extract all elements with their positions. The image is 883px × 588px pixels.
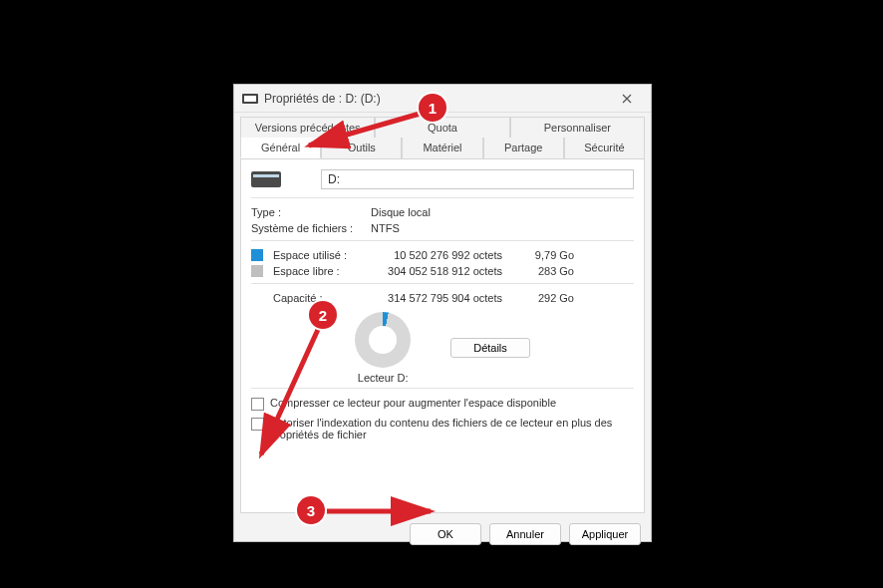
fs-value: NTFS: [371, 222, 634, 234]
free-gb: 283 Go: [514, 265, 574, 277]
callout-1: 1: [419, 94, 446, 122]
tab-quota[interactable]: Quota: [375, 117, 509, 138]
capacity-gb: 292 Go: [514, 292, 574, 304]
fs-label: Système de fichiers :: [251, 222, 371, 234]
close-button[interactable]: [611, 89, 643, 109]
details-button[interactable]: Détails: [450, 338, 530, 358]
properties-dialog: Propriétés de : D: (D:) Versions précéde…: [233, 84, 652, 542]
used-bytes: 10 520 276 992 octets: [379, 249, 508, 261]
separator: [251, 388, 634, 389]
tab-versions[interactable]: Versions précédentes: [240, 117, 375, 138]
tab-strip: Versions précédentes Quota Personnaliser…: [234, 113, 651, 158]
index-checkbox[interactable]: [251, 418, 264, 431]
close-icon: [622, 94, 632, 104]
callout-2: 2: [309, 301, 337, 329]
apply-button[interactable]: Appliquer: [569, 523, 641, 545]
tab-security[interactable]: Sécurité: [564, 138, 645, 158]
drive-icon: [242, 94, 258, 104]
tab-general[interactable]: Général: [240, 138, 321, 158]
separator: [251, 283, 634, 284]
dialog-button-row: OK Annuler Appliquer: [234, 513, 651, 545]
used-label: Espace utilisé :: [273, 249, 373, 261]
free-color-swatch: [251, 265, 263, 277]
callout-3: 3: [297, 496, 325, 524]
tab-sharing[interactable]: Partage: [483, 138, 564, 158]
separator: [251, 197, 634, 198]
used-gb: 9,79 Go: [514, 249, 574, 261]
capacity-bytes: 314 572 795 904 octets: [379, 292, 508, 304]
drive-large-icon: [251, 171, 281, 187]
type-value: Disque local: [371, 206, 634, 218]
tab-hardware[interactable]: Matériel: [402, 138, 482, 158]
cancel-button[interactable]: Annuler: [489, 523, 561, 545]
compress-checkbox[interactable]: [251, 398, 264, 411]
separator: [251, 240, 634, 241]
used-color-swatch: [251, 249, 263, 261]
chart-drive-label: Lecteur D:: [358, 372, 409, 384]
general-panel: Type : Disque local Système de fichiers …: [240, 158, 645, 513]
tab-customize[interactable]: Personnaliser: [510, 117, 645, 138]
free-label: Espace libre :: [273, 265, 373, 277]
ok-button[interactable]: OK: [410, 523, 481, 545]
drive-name-input[interactable]: [321, 169, 634, 189]
compress-label: Compresser ce lecteur pour augmenter l'e…: [270, 397, 556, 409]
index-label: Autoriser l'indexation du contenu des fi…: [270, 417, 634, 441]
type-label: Type :: [251, 206, 371, 218]
free-bytes: 304 052 518 912 octets: [379, 265, 508, 277]
usage-pie-chart: [355, 312, 411, 368]
tab-tools[interactable]: Outils: [321, 138, 402, 158]
